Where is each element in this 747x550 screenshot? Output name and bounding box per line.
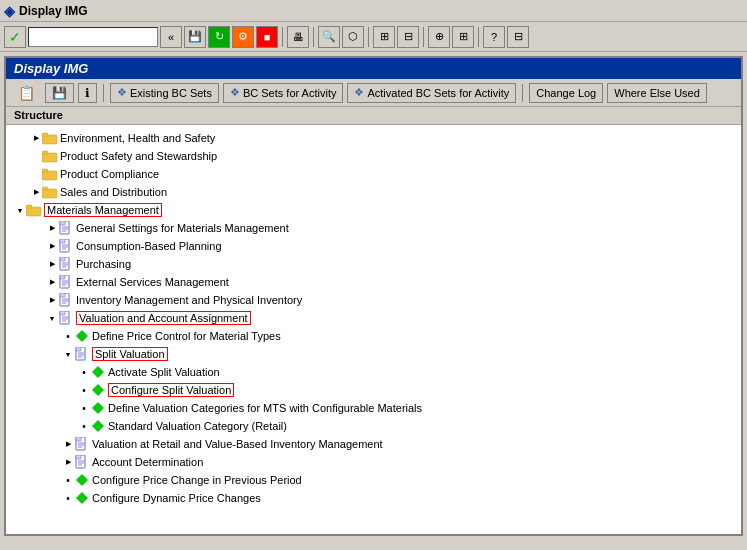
tree-item-label: Product Compliance [60, 168, 159, 180]
tree-arrow[interactable]: • [78, 384, 90, 396]
svg-rect-7 [42, 187, 48, 190]
svg-rect-4 [42, 171, 57, 180]
tree-arrow[interactable]: ▶ [46, 240, 58, 252]
tree-item-label: External Services Management [76, 276, 229, 288]
command-input[interactable] [28, 27, 158, 47]
tree-arrow[interactable]: • [62, 492, 74, 504]
tree-arrow[interactable] [30, 168, 42, 180]
tree-arrow[interactable]: ▶ [62, 438, 74, 450]
help-button[interactable]: ? [483, 26, 505, 48]
tree-arrow[interactable]: ▶ [30, 132, 42, 144]
structure-header: Structure [6, 107, 741, 125]
tree-arrow[interactable]: • [62, 330, 74, 342]
tree-arrow[interactable]: ▼ [46, 312, 58, 324]
tree-row[interactable]: ▶Purchasing [6, 255, 741, 273]
tree-arrow[interactable]: ▼ [14, 204, 26, 216]
tree-arrow[interactable]: ▶ [46, 258, 58, 270]
tree-row[interactable]: ▼Valuation and Account Assignment [6, 309, 741, 327]
svg-rect-51 [76, 437, 81, 441]
tree-arrow[interactable]: ▶ [46, 294, 58, 306]
change-log-btn[interactable]: Change Log [529, 83, 603, 103]
tree-arrow[interactable]: • [78, 420, 90, 432]
tree-item-icon [58, 311, 74, 325]
tree-row[interactable]: Product Compliance [6, 165, 741, 183]
tree-item-icon [58, 275, 74, 289]
sep3 [368, 27, 369, 47]
nav-back-button[interactable]: « [160, 26, 182, 48]
tree-row[interactable]: ▶Consumption-Based Planning [6, 237, 741, 255]
tree-row[interactable]: •Define Valuation Categories for MTS wit… [6, 399, 741, 417]
sep1 [282, 27, 283, 47]
tree-item-label: Define Price Control for Material Types [92, 330, 281, 342]
tree-item-label: Environment, Health and Safety [60, 132, 215, 144]
svg-rect-49 [92, 420, 103, 431]
tree-row[interactable]: •Configure Dynamic Price Changes [6, 489, 741, 507]
target-button[interactable]: ⊕ [428, 26, 450, 48]
tree-row[interactable]: ▶General Settings for Materials Manageme… [6, 219, 741, 237]
stop-button[interactable]: ■ [256, 26, 278, 48]
tree-item-label: Configure Price Change in Previous Perio… [92, 474, 302, 486]
tree-row[interactable]: ▶Valuation at Retail and Value-Based Inv… [6, 435, 741, 453]
tree-row[interactable]: ▶Environment, Health and Safety [6, 129, 741, 147]
tree-row[interactable]: ▶Sales and Distribution [6, 183, 741, 201]
action-sep1 [103, 84, 104, 102]
svg-rect-2 [42, 153, 57, 162]
bc-sets-icon: ❖ [117, 86, 127, 99]
tree-item-icon [42, 149, 58, 163]
tree-item-icon [74, 455, 90, 469]
where-else-used-btn[interactable]: Where Else Used [607, 83, 707, 103]
tree-item-label: Materials Management [44, 203, 162, 217]
tree-row[interactable]: •Configure Split Valuation [6, 381, 741, 399]
tree-arrow[interactable]: ▶ [30, 186, 42, 198]
tree-row[interactable]: •Standard Valuation Category (Retail) [6, 417, 741, 435]
tree-row[interactable]: ▶Account Determination [6, 453, 741, 471]
refresh-button[interactable]: ↻ [208, 26, 230, 48]
tree-item-label: Consumption-Based Planning [76, 240, 222, 252]
tree-arrow[interactable]: ▶ [46, 222, 58, 234]
tree-item-icon [74, 473, 90, 487]
tree-row[interactable]: •Configure Price Change in Previous Peri… [6, 471, 741, 489]
tree-row[interactable]: ▶External Services Management [6, 273, 741, 291]
tree-row[interactable]: ▼Split Valuation [6, 345, 741, 363]
activated-bc-sets-btn[interactable]: ❖ Activated BC Sets for Activity [347, 83, 516, 103]
find-next-button[interactable]: ⬡ [342, 26, 364, 48]
tree-item-label: Define Valuation Categories for MTS with… [108, 402, 422, 414]
tree-arrow[interactable] [30, 150, 42, 162]
svg-rect-60 [76, 474, 87, 485]
tree-arrow[interactable]: ▶ [46, 276, 58, 288]
search-button[interactable]: 🔍 [318, 26, 340, 48]
tree-arrow[interactable]: • [62, 474, 74, 486]
tree-arrow[interactable]: ▶ [62, 456, 74, 468]
tree-row[interactable]: •Define Price Control for Material Types [6, 327, 741, 345]
expand-button[interactable]: ⊞ [373, 26, 395, 48]
settings-button[interactable]: ⚙ [232, 26, 254, 48]
print-button[interactable]: 🖶 [287, 26, 309, 48]
tree-item-label: Configure Dynamic Price Changes [92, 492, 261, 504]
svg-rect-36 [60, 311, 65, 315]
tree-item-icon [74, 491, 90, 505]
tree-item-icon [90, 383, 106, 397]
tree-row[interactable]: ▼Materials Management [6, 201, 741, 219]
save-img-btn[interactable]: 💾 [45, 83, 74, 103]
info-btn[interactable]: ℹ [78, 83, 97, 103]
tree-row[interactable]: Product Safety and Stewardship [6, 147, 741, 165]
svg-rect-9 [26, 205, 32, 208]
tree-arrow[interactable]: ▼ [62, 348, 74, 360]
tree-item-icon [42, 167, 58, 181]
green-check-button[interactable]: ✓ [4, 26, 26, 48]
svg-rect-3 [42, 151, 48, 154]
bc-sets-activity-btn[interactable]: ❖ BC Sets for Activity [223, 83, 344, 103]
tree-row[interactable]: •Activate Split Valuation [6, 363, 741, 381]
tree-arrow[interactable]: • [78, 366, 90, 378]
tree-container[interactable]: ▶Environment, Health and SafetyProduct S… [6, 125, 741, 523]
monitor-button[interactable]: ⊟ [507, 26, 529, 48]
grid-button[interactable]: ⊞ [452, 26, 474, 48]
tree-item-label: Standard Valuation Category (Retail) [108, 420, 287, 432]
tree-item-label: Account Determination [92, 456, 203, 468]
tree-row[interactable]: ▶Inventory Management and Physical Inven… [6, 291, 741, 309]
collapse-button[interactable]: ⊟ [397, 26, 419, 48]
tree-item-icon [42, 185, 58, 199]
save-button[interactable]: 💾 [184, 26, 206, 48]
existing-bc-sets-btn[interactable]: ❖ Existing BC Sets [110, 83, 219, 103]
tree-arrow[interactable]: • [78, 402, 90, 414]
